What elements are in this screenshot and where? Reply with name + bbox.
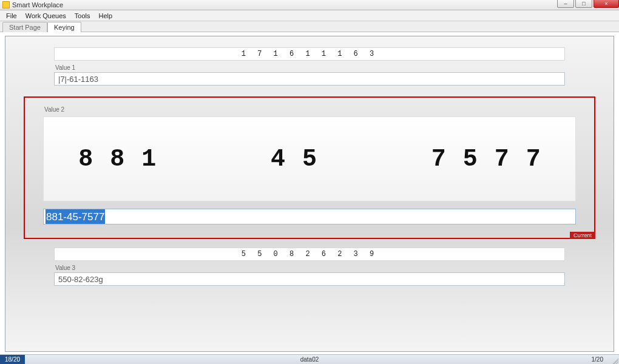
status-filename: data02 (300, 356, 319, 363)
menu-bar: File Work Queues Tools Help (0, 10, 619, 21)
value2-input-selection: 881-45-7577 (46, 209, 105, 224)
keying-panel: 1 7 1 6 1 1 1 6 3 Value 1 Value 2 8 8 1 … (5, 36, 614, 352)
digit: 7 (526, 146, 541, 173)
tab-start-page[interactable]: Start Page (2, 22, 47, 32)
digit: 1 (141, 146, 156, 173)
menu-file[interactable]: File (2, 12, 21, 20)
digit: 7 (495, 146, 509, 173)
value3-input[interactable] (54, 272, 565, 286)
tab-bar: Start Page Keying (0, 21, 619, 32)
digit: 4 (271, 146, 285, 173)
digit: 7 (431, 146, 446, 173)
digit: 8 (110, 146, 124, 173)
status-page: 1/20 (592, 356, 603, 363)
window-title: Smart Workplace (12, 1, 63, 8)
tab-keying[interactable]: Keying (47, 22, 81, 32)
menu-tools[interactable]: Tools (71, 12, 94, 20)
menu-work-queues[interactable]: Work Queues (22, 12, 70, 20)
value2-group3: 7 5 7 7 (431, 146, 541, 173)
value2-group1: 8 8 1 (78, 146, 156, 173)
status-progress: 18/20 (0, 355, 25, 364)
window-controls: – □ × (557, 0, 619, 10)
value3-snippet: 5 5 0 8 2 6 2 3 9 (54, 248, 565, 261)
resize-grip-icon[interactable] (611, 357, 618, 364)
digit: 5 (302, 146, 317, 173)
current-badge: Current (570, 232, 595, 239)
title-bar: Smart Workplace – □ × (0, 0, 619, 10)
app-icon (2, 1, 10, 8)
value2-snippet: 8 8 1 4 5 7 5 7 7 (43, 116, 576, 201)
menu-help[interactable]: Help (95, 12, 116, 20)
status-bar: 18/20 data02 1/20 (0, 354, 619, 364)
value1-input[interactable] (54, 72, 565, 86)
digit: 8 (78, 146, 93, 173)
value2-input[interactable]: 881-45-7577 (43, 209, 576, 224)
client-area: 1 7 1 6 1 1 1 6 3 Value 1 Value 2 8 8 1 … (0, 32, 619, 354)
maximize-button[interactable]: □ (575, 0, 592, 8)
value1-snippet: 1 7 1 6 1 1 1 6 3 (54, 47, 565, 61)
digit: 5 (463, 146, 478, 173)
value1-label: Value 1 (55, 64, 565, 71)
value2-block: Value 2 8 8 1 4 5 7 5 7 7 (24, 96, 595, 239)
minimize-button[interactable]: – (557, 0, 574, 8)
value1-block: 1 7 1 6 1 1 1 6 3 Value 1 (54, 47, 565, 86)
value3-label: Value 3 (55, 265, 565, 271)
value3-block: 5 5 0 8 2 6 2 3 9 Value 3 (54, 248, 565, 286)
value2-group2: 4 5 (271, 146, 317, 173)
value2-label: Value 2 (44, 106, 576, 113)
title-bar-left: Smart Workplace (2, 1, 63, 8)
close-button[interactable]: × (594, 0, 619, 8)
